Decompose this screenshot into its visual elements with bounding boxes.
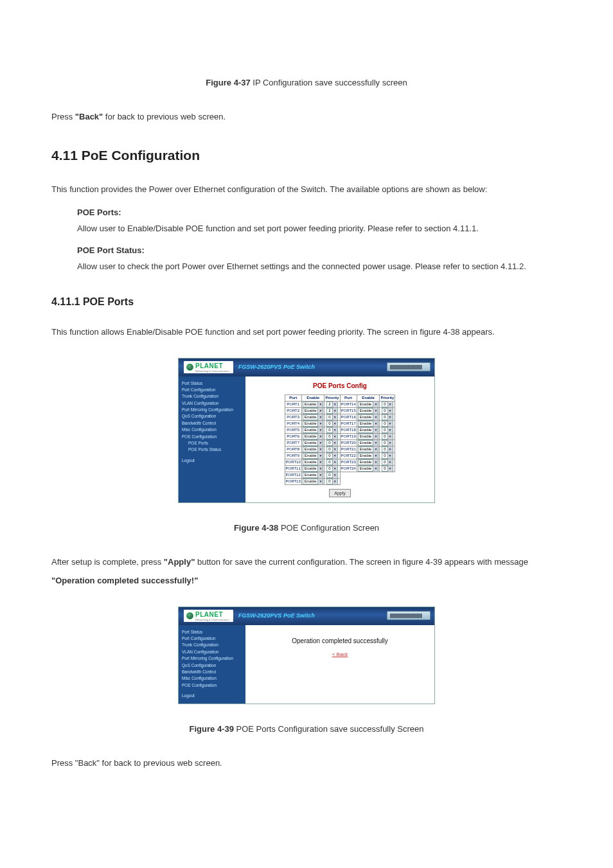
select[interactable]: 0▼ [382,408,393,414]
select[interactable]: Enable▼ [303,402,324,407]
select[interactable]: 0▼ [326,434,337,439]
figure-4-39-text: POE Ports Configuration save successfull… [236,724,424,734]
select[interactable]: Enable▼ [303,414,324,420]
main-panel: POE Ports Config Port Enable Priority Po… [245,376,434,503]
sidebar-item[interactable]: Misc Configuration [182,675,242,682]
select[interactable]: 0▼ [382,440,393,446]
select[interactable]: 0▼ [382,459,393,465]
select[interactable]: 0▼ [326,440,337,446]
table-row: PORT9Enable▼0▼PORT22Enable▼0▼ [285,452,395,459]
chevron-down-icon: ▼ [332,421,337,427]
select[interactable]: Enable▼ [303,447,324,452]
select[interactable]: 0▼ [326,414,337,420]
select[interactable]: Enable▼ [303,459,324,465]
sidebar-2: Port StatusPort ConfigurationTrunk Confi… [179,625,245,704]
sidebar-item[interactable]: Trunk Configuration [182,642,242,648]
port-cell: PORT8 [285,446,301,452]
select[interactable]: Enable▼ [358,453,379,459]
select[interactable]: Enable▼ [303,434,324,439]
sidebar-item[interactable]: Trunk Configuration [182,393,242,400]
sidebar-item[interactable]: Port Configuration [182,635,242,642]
port-cell: PORT4 [285,420,301,427]
select[interactable]: 0▼ [326,466,337,472]
sidebar-item[interactable]: QoS Configuration [182,662,242,669]
figure-4-39-caption: Figure 4-39 POE Ports Configuration save… [51,723,562,735]
select[interactable]: Enable▼ [358,434,379,439]
sidebar-subitem[interactable]: POE Ports [182,440,242,447]
table-row: PORT6Enable▼0▼PORT19Enable▼0▼ [285,433,395,439]
sidebar-item[interactable]: Port Configuration [182,387,242,393]
select[interactable]: Enable▼ [358,402,379,407]
chevron-down-icon: ▼ [373,440,378,446]
apply-button[interactable]: Apply [329,489,351,498]
chevron-down-icon: ▼ [317,479,323,484]
select[interactable]: 0▼ [326,421,337,427]
select[interactable]: Enable▼ [303,421,324,427]
chevron-down-icon: ▼ [317,414,323,420]
select[interactable]: Enable▼ [303,472,324,478]
select[interactable]: Enable▼ [358,421,379,427]
after-setup-paragraph: After setup is complete, press "Apply" b… [51,553,562,590]
sidebar-item[interactable]: Bandwidth Control [182,669,242,675]
select[interactable]: Enable▼ [303,466,324,472]
sidebar-logout[interactable]: Logout [182,457,242,464]
sidebar-logout[interactable]: Logout [182,693,242,699]
select[interactable]: Enable▼ [358,408,379,414]
select[interactable]: Enable▼ [358,466,379,472]
figure-4-39-label: Figure 4-39 [190,724,234,734]
select[interactable]: Enable▼ [358,459,379,465]
logo-2: PLANET Networking & Communication [184,610,233,623]
sidebar-subitem[interactable]: POE Ports Status [182,447,242,453]
sidebar-item[interactable]: QoS Configuration [182,413,242,420]
select[interactable]: 0▼ [326,472,337,478]
sidebar-item[interactable]: POE Configuration [182,682,242,689]
main-panel-2: Operation completed successfully < Back [245,625,434,704]
app-topbar-2: PLANET Networking & Communication FGSW-2… [179,607,434,625]
port-cell: PORT12 [285,472,301,478]
select[interactable]: 0▼ [382,427,393,433]
select[interactable]: Enable▼ [358,414,379,420]
select[interactable]: 0▼ [326,453,337,459]
select[interactable]: Enable▼ [303,408,324,414]
sidebar-item[interactable]: POE Configuration [182,434,242,440]
select[interactable]: Enable▼ [303,427,324,433]
select[interactable]: Enable▼ [303,440,324,446]
select[interactable]: 0▼ [326,427,337,433]
sidebar-item[interactable]: VLAN Configuration [182,649,242,655]
select[interactable]: 0▼ [326,479,337,484]
select[interactable]: Enable▼ [358,427,379,433]
logo-subtext-2: Networking & Communication [195,618,229,622]
port-cell: PORT11 [285,465,301,472]
sidebar-item[interactable]: Bandwidth Control [182,420,242,427]
select[interactable]: 0▼ [382,447,393,452]
sidebar-item[interactable]: Port Status [182,629,242,635]
select[interactable]: 0▼ [382,434,393,439]
chevron-down-icon: ▼ [387,402,393,407]
select[interactable]: 0▼ [326,447,337,452]
poe-ports-table: Port Enable Priority Port Enable Priorit… [285,394,396,485]
table-row: PORT3Enable▼0▼PORT16Enable▼0▼ [285,414,395,420]
select[interactable]: 0▼ [382,421,393,427]
chevron-down-icon: ▼ [317,440,323,446]
select[interactable]: Enable▼ [303,453,324,459]
select[interactable]: Enable▼ [358,447,379,452]
switch-device-image-2 [387,611,431,620]
sidebar-item[interactable]: Port Mirroring Configuration [182,655,242,662]
select[interactable]: 0▼ [382,414,393,420]
chevron-down-icon: ▼ [373,402,378,407]
select[interactable]: Enable▼ [303,479,324,484]
select[interactable]: 0▼ [382,453,393,459]
select[interactable]: Enable▼ [358,440,379,446]
select[interactable]: 0▼ [382,402,393,407]
back-link[interactable]: < Back [249,651,431,658]
chevron-down-icon: ▼ [387,459,393,465]
select[interactable]: 0▼ [326,459,337,465]
chevron-down-icon: ▼ [317,466,323,472]
select[interactable]: 2▼ [326,402,337,407]
sidebar-item[interactable]: VLAN Configuration [182,400,242,407]
sidebar-item[interactable]: Misc Configuration [182,427,242,433]
select[interactable]: 0▼ [382,466,393,472]
select[interactable]: 2▼ [326,408,337,414]
sidebar-item[interactable]: Port Status [182,380,242,387]
sidebar-item[interactable]: Port Mirroring Configuration [182,407,242,413]
